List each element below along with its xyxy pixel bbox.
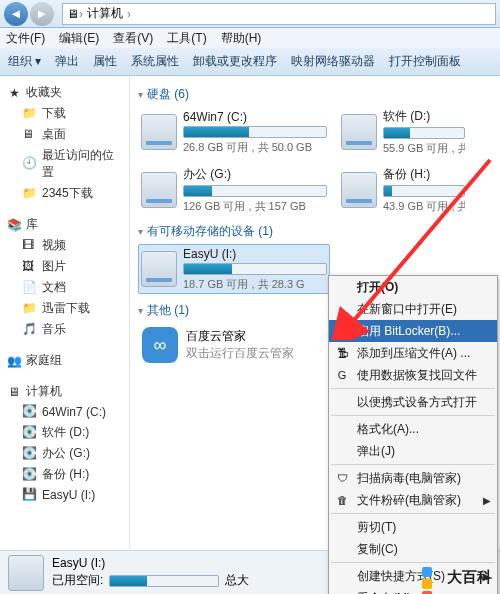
shield-icon: 🛡 <box>334 470 350 486</box>
archive-icon: 🗜 <box>334 345 350 361</box>
tb-uninstall[interactable]: 卸载或更改程序 <box>193 53 277 70</box>
sidebar-fav-downloads[interactable]: 📁下载 <box>4 103 125 124</box>
ctx-copy[interactable]: 复制(C) <box>329 538 497 560</box>
drive-icon: 💽 <box>22 404 38 420</box>
navigation-pane: ★收藏夹 📁下载 🖥桌面 🕘最近访问的位置 📁2345下载 📚库 🎞视频 🖼图片… <box>0 76 130 550</box>
menu-view[interactable]: 查看(V) <box>113 30 153 47</box>
drive-icon <box>341 114 377 150</box>
ctx-open-new[interactable]: 在新窗口中打开(E) <box>329 298 497 320</box>
sidebar-drive-g[interactable]: 💽办公 (G:) <box>4 443 125 464</box>
sidebar-fav-desktop[interactable]: 🖥桌面 <box>4 124 125 145</box>
drive-icon <box>341 172 377 208</box>
tb-properties[interactable]: 属性 <box>93 53 117 70</box>
recent-icon: 🕘 <box>22 156 38 172</box>
breadcrumb-computer[interactable]: 计算机 <box>83 5 127 22</box>
menu-bar: 文件(F) 编辑(E) 查看(V) 工具(T) 帮助(H) <box>0 28 500 48</box>
sidebar-lib-docs[interactable]: 📄文档 <box>4 277 125 298</box>
folder-icon: 📁 <box>22 186 38 202</box>
drive-icon <box>141 172 177 208</box>
submenu-arrow-icon: ▶ <box>483 495 491 506</box>
sidebar-lib-xunlei[interactable]: 📁迅雷下载 <box>4 298 125 319</box>
drive-icon: 💽 <box>22 446 38 462</box>
sidebar-drive-d[interactable]: 💽软件 (D:) <box>4 422 125 443</box>
tb-netdrv[interactable]: 映射网络驱动器 <box>291 53 375 70</box>
drive-icon <box>141 114 177 150</box>
music-icon: 🎵 <box>22 322 38 338</box>
sidebar-drive-h[interactable]: 💽备份 (H:) <box>4 464 125 485</box>
context-menu: 打开(O) 在新窗口中打开(E) 启用 BitLocker(B)... 🗜添加到… <box>328 275 498 594</box>
drive-icon: 💽 <box>22 425 38 441</box>
library-icon: 📚 <box>6 217 22 233</box>
sidebar-drive-i[interactable]: 💾EasyU (I:) <box>4 485 125 505</box>
details-usage-bar <box>109 575 219 587</box>
sidebar-lib-pics[interactable]: 🖼图片 <box>4 256 125 277</box>
ctx-addzip[interactable]: 🗜添加到压缩文件(A) ... <box>329 342 497 364</box>
tb-organize[interactable]: 组织 ▾ <box>8 53 41 70</box>
desktop-icon: 🖥 <box>22 127 38 143</box>
ctx-eject[interactable]: 弹出(J) <box>329 440 497 462</box>
star-icon: ★ <box>6 85 22 101</box>
ctx-rename[interactable]: 重命名(M) <box>329 587 497 594</box>
details-name: EasyU (I:) <box>52 556 249 570</box>
sidebar-drive-c[interactable]: 💽64Win7 (C:) <box>4 402 125 422</box>
shred-icon: 🗑 <box>334 492 350 508</box>
watermark-logo-icon <box>421 566 443 588</box>
computer-icon: 🖥 <box>6 384 22 400</box>
drive-h[interactable]: 备份 (H:)43.9 GB 可用 , 共 49 <box>338 165 468 215</box>
menu-edit[interactable]: 编辑(E) <box>59 30 99 47</box>
ctx-recover[interactable]: G使用数据恢复找回文件 <box>329 364 497 386</box>
collapse-icon: ▾ <box>138 226 143 237</box>
nav-forward-button[interactable]: ► <box>30 2 54 26</box>
ctx-scan[interactable]: 🛡扫描病毒(电脑管家) <box>329 467 497 489</box>
ctx-cut[interactable]: 剪切(T) <box>329 516 497 538</box>
sidebar-fav-recent[interactable]: 🕘最近访问的位置 <box>4 145 125 183</box>
drive-g[interactable]: 办公 (G:)126 GB 可用 , 共 157 GB <box>138 165 330 215</box>
details-used-label: 已用空间: <box>52 572 103 589</box>
collapse-icon: ▾ <box>138 305 143 316</box>
usb-drive-icon <box>141 251 177 287</box>
address-field[interactable]: 🖥 › 计算机 › <box>62 3 496 25</box>
menu-help[interactable]: 帮助(H) <box>221 30 262 47</box>
breadcrumb-sep2: › <box>127 7 131 21</box>
baiduyun-icon: ∞ <box>142 327 178 363</box>
sidebar-lib-music[interactable]: 🎵音乐 <box>4 319 125 340</box>
sidebar-computer[interactable]: 🖥计算机 <box>4 381 125 402</box>
nav-back-button[interactable]: ◄ <box>4 2 28 26</box>
menu-tools[interactable]: 工具(T) <box>167 30 206 47</box>
usb-drive-icon <box>8 555 44 591</box>
ctx-bitlocker[interactable]: 启用 BitLocker(B)... <box>329 320 497 342</box>
recover-icon: G <box>334 367 350 383</box>
tb-sysprops[interactable]: 系统属性 <box>131 53 179 70</box>
drive-icon: 💽 <box>22 467 38 483</box>
details-total-label: 总大 <box>225 572 249 589</box>
menu-file[interactable]: 文件(F) <box>6 30 45 47</box>
collapse-icon: ▾ <box>138 89 143 100</box>
video-icon: 🎞 <box>22 238 38 254</box>
image-icon: 🖼 <box>22 259 38 275</box>
toolbar: 组织 ▾ 弹出 属性 系统属性 卸载或更改程序 映射网络驱动器 打开控制面板 <box>0 48 500 76</box>
tb-cpanel[interactable]: 打开控制面板 <box>389 53 461 70</box>
sidebar-fav-header[interactable]: ★收藏夹 <box>4 82 125 103</box>
section-removable[interactable]: ▾有可移动存储的设备 (1) <box>138 223 492 240</box>
watermark: 大百科 <box>421 566 492 588</box>
drive-c[interactable]: 64Win7 (C:)26.8 GB 可用 , 共 50.0 GB <box>138 107 330 157</box>
folder-icon: 📁 <box>22 106 38 122</box>
drive-d[interactable]: 软件 (D:)55.9 GB 可用 , 共 <box>338 107 468 157</box>
sidebar-fav-2345[interactable]: 📁2345下载 <box>4 183 125 204</box>
ctx-shred[interactable]: 🗑文件粉碎(电脑管家)▶ <box>329 489 497 511</box>
folder-icon: 📁 <box>22 301 38 317</box>
tb-eject[interactable]: 弹出 <box>55 53 79 70</box>
ctx-format[interactable]: 格式化(A)... <box>329 418 497 440</box>
window-addressbar: ◄ ► 🖥 › 计算机 › <box>0 0 500 28</box>
sidebar-homegroup[interactable]: 👥家庭组 <box>4 350 125 371</box>
drive-i-removable[interactable]: EasyU (I:)18.7 GB 可用 , 共 28.3 G <box>138 244 330 294</box>
section-hdd[interactable]: ▾硬盘 (6) <box>138 86 492 103</box>
computer-icon: 🖥 <box>67 7 79 21</box>
usb-icon: 💾 <box>22 487 38 503</box>
ctx-open[interactable]: 打开(O) <box>329 276 497 298</box>
homegroup-icon: 👥 <box>6 353 22 369</box>
ctx-portable[interactable]: 以便携式设备方式打开 <box>329 391 497 413</box>
doc-icon: 📄 <box>22 280 38 296</box>
sidebar-lib-video[interactable]: 🎞视频 <box>4 235 125 256</box>
sidebar-lib-header[interactable]: 📚库 <box>4 214 125 235</box>
